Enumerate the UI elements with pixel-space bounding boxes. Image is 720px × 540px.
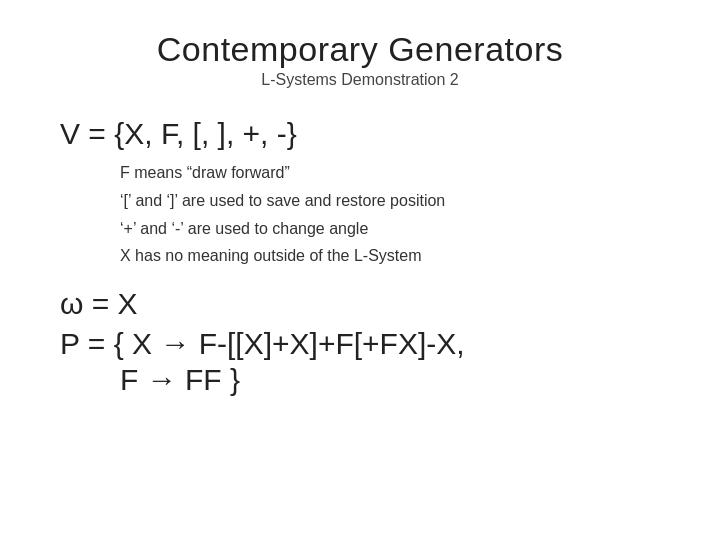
list-item: F means “draw forward”	[120, 161, 445, 186]
v-section-label: V = {X, F, [, ], +, -}	[60, 117, 297, 151]
list-item: ‘+’ and ‘-’ are used to change angle	[120, 217, 445, 242]
p-section-line1: P = { X → F-[[X]+X]+F[+FX]-X,	[60, 327, 465, 361]
page-subtitle: L-Systems Demonstration 2	[60, 71, 660, 89]
omega-section-label: ω = X	[60, 287, 138, 321]
page: Contemporary Generators L-Systems Demons…	[0, 0, 720, 540]
page-title: Contemporary Generators	[60, 30, 660, 69]
list-item: X has no meaning outside of the L-System	[120, 244, 445, 269]
p-section-line2: F → FF }	[120, 363, 240, 397]
header: Contemporary Generators L-Systems Demons…	[60, 30, 660, 89]
bullet-list: F means “draw forward” ‘[’ and ‘]’ are u…	[120, 161, 445, 269]
list-item: ‘[’ and ‘]’ are used to save and restore…	[120, 189, 445, 214]
